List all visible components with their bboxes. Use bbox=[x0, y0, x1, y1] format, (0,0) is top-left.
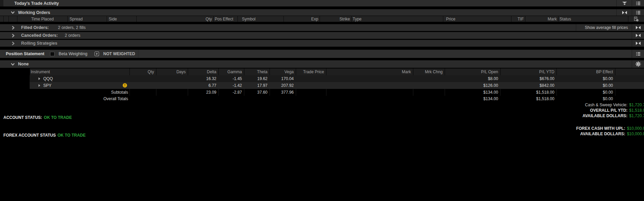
cell-delta: 16.32 bbox=[188, 75, 218, 82]
overall-totals-row: Overall Totals $134.00 $1,518.00 $0.00 bbox=[0, 96, 644, 102]
subtotals-row: Subtotals 23.09 -2.87 37.60 377.96 $134.… bbox=[0, 89, 644, 96]
instrument-symbol: QQQ bbox=[43, 76, 53, 81]
col-header-side[interactable]: Side bbox=[107, 16, 136, 22]
forex-cash-label: FOREX CASH WITH UPL: bbox=[576, 126, 625, 131]
col-header-gamma[interactable]: Gamma bbox=[218, 68, 244, 75]
filled-orders-bar[interactable]: Filled Orders: 2 orders, 2 fills Show av… bbox=[0, 24, 644, 31]
collapse-columns-icon[interactable] bbox=[632, 32, 644, 39]
col-header-status[interactable]: Status bbox=[558, 16, 628, 22]
cell-theta: 17.97 bbox=[244, 82, 270, 89]
cell-bp-effect: $0.00 bbox=[556, 75, 615, 82]
flash-icon[interactable] bbox=[94, 50, 99, 58]
forex-available-label: AVAILABLE DOLLARS: bbox=[580, 132, 625, 136]
working-orders-label: Working Orders bbox=[18, 9, 50, 16]
forex-cash-line: FOREX CASH WITH UPL:$10,000.00 bbox=[576, 126, 644, 131]
cell-delta: 6.77 bbox=[188, 82, 218, 89]
cell-pl-ytd: $1,518.00 bbox=[500, 89, 556, 96]
cell-pl-open: $134.00 bbox=[445, 89, 500, 96]
group-label: None bbox=[18, 60, 29, 68]
col-header-price[interactable]: Price bbox=[443, 16, 511, 22]
col-header-exp[interactable]: Exp bbox=[283, 16, 320, 22]
header-spacer bbox=[9, 16, 17, 22]
cell-vega: 377.96 bbox=[270, 89, 296, 96]
account-status-line: ACCOUNT STATUS:OK TO TRADE bbox=[3, 115, 72, 120]
list-menu-icon[interactable] bbox=[632, 50, 644, 58]
divider bbox=[576, 24, 576, 31]
expand-icon[interactable] bbox=[38, 84, 41, 87]
col-header-vega[interactable]: Vega bbox=[270, 68, 296, 75]
cash-sweep-value: $1,720.72 bbox=[629, 103, 644, 107]
cell-delta: 23.09 bbox=[188, 89, 218, 96]
cell-trade-price bbox=[296, 89, 326, 96]
collapse-columns-icon[interactable] bbox=[616, 9, 632, 16]
col-header-delta[interactable]: Delta bbox=[188, 68, 218, 75]
cell-gamma: -1.45 bbox=[218, 75, 244, 82]
forex-account-status-label: FOREX ACCOUNT STATUS bbox=[3, 133, 56, 138]
positions-header-row: Instrument Qty Days Delta Gamma Theta Ve… bbox=[0, 68, 644, 75]
rolling-strategies-bar[interactable]: Rolling Strategies bbox=[0, 40, 644, 47]
cell-days bbox=[156, 89, 188, 96]
cell-pl-open: $134.00 bbox=[445, 96, 500, 102]
cash-sweep-label: Cash & Sweep Vehicle: bbox=[585, 103, 628, 107]
position-statement-label: Position Statement bbox=[6, 50, 44, 58]
col-header-trade-price[interactable]: Trade Price bbox=[296, 68, 326, 75]
col-header-time-placed[interactable]: Time Placed bbox=[17, 16, 67, 22]
cell-gamma: -1.42 bbox=[218, 82, 244, 89]
col-header-spread[interactable]: Spread bbox=[67, 16, 107, 22]
forex-account-status-value: OK TO TRADE bbox=[58, 133, 86, 138]
cancelled-orders-bar[interactable]: Cancelled Orders: 2 orders bbox=[0, 32, 644, 39]
list-menu-icon[interactable] bbox=[632, 9, 644, 16]
position-row-qqq[interactable]: QQQ 16.32 -1.45 19.62 170.04 $8.00 $676.… bbox=[0, 75, 644, 82]
expand-icon[interactable] bbox=[38, 77, 41, 80]
col-header-mark[interactable]: Mark bbox=[326, 68, 413, 75]
export-settings-icon[interactable] bbox=[628, 16, 644, 22]
beta-weighting-checkbox[interactable] bbox=[50, 52, 55, 56]
col-header-instrument[interactable]: Instrument bbox=[30, 68, 129, 75]
col-header-pos-effect[interactable]: Pos Effect bbox=[213, 16, 237, 22]
group-none-bar[interactable]: None bbox=[0, 60, 644, 68]
col-header-qty[interactable]: Qty bbox=[129, 68, 156, 75]
cell-bp-effect: $0.00 bbox=[556, 89, 615, 96]
col-header-strike[interactable]: Strike bbox=[320, 16, 351, 22]
filter-icon[interactable] bbox=[616, 0, 632, 6]
col-header-bp-effect[interactable]: BP Effect bbox=[556, 68, 615, 75]
divider bbox=[138, 50, 138, 58]
chevron-down-icon bbox=[11, 60, 15, 68]
cell-theta: 19.62 bbox=[244, 75, 270, 82]
list-menu-icon[interactable] bbox=[632, 0, 644, 6]
col-header-theta[interactable]: Theta bbox=[244, 68, 270, 75]
filled-orders-summary: 2 orders, 2 fills bbox=[58, 24, 86, 31]
overall-totals-label: Overall Totals bbox=[30, 96, 129, 102]
cell-bp-effect: $0.00 bbox=[556, 96, 615, 102]
filled-orders-label: Filled Orders: bbox=[21, 24, 49, 31]
header-spacer bbox=[615, 68, 644, 75]
gear-icon[interactable] bbox=[632, 60, 644, 68]
show-average-fill-prices-button[interactable]: Show average fill prices bbox=[585, 24, 628, 31]
cell-vega: 170.04 bbox=[270, 75, 296, 82]
col-header-mark[interactable]: Mark bbox=[525, 16, 558, 22]
position-statement-bar: Position Statement Beta Weighting NOT WE… bbox=[0, 50, 644, 58]
col-header-pl-ytd[interactable]: P/L YTD bbox=[500, 68, 556, 75]
col-header-mrk-chng[interactable]: Mrk Chng bbox=[413, 68, 445, 75]
cell-bp-effect: $0.00 bbox=[556, 82, 615, 89]
col-header-symbol[interactable]: Symbol bbox=[237, 16, 283, 22]
collapse-columns-icon[interactable] bbox=[632, 24, 644, 31]
col-header-type[interactable]: Type bbox=[351, 16, 443, 22]
cell-spacer bbox=[615, 89, 644, 96]
cancelled-orders-label: Cancelled Orders: bbox=[21, 32, 58, 39]
chevron-right-icon bbox=[12, 32, 15, 39]
position-row-spy[interactable]: SPY ! 6.77 -1.42 17.97 207.92 $126.00 $8… bbox=[0, 82, 644, 89]
collapse-columns-icon[interactable] bbox=[632, 40, 644, 47]
overall-pl-ytd-value: $1,518.00 bbox=[629, 108, 644, 113]
col-header-days[interactable]: Days bbox=[156, 68, 188, 75]
cell-theta: 37.60 bbox=[244, 89, 270, 96]
warning-icon[interactable]: ! bbox=[123, 83, 127, 88]
col-header-pl-open[interactable]: P/L Open bbox=[445, 68, 500, 75]
col-header-qty[interactable]: Qty bbox=[136, 16, 213, 22]
col-header-tif[interactable]: TIF bbox=[511, 16, 525, 22]
beta-weighting-label: Beta Weighting bbox=[59, 50, 88, 58]
weighting-status: NOT WEIGHTED bbox=[103, 50, 135, 58]
chevron-right-icon bbox=[12, 24, 15, 31]
working-orders-bar[interactable]: Working Orders bbox=[0, 9, 644, 16]
overall-pl-ytd-label: OVERALL P/L YTD: bbox=[590, 108, 628, 113]
